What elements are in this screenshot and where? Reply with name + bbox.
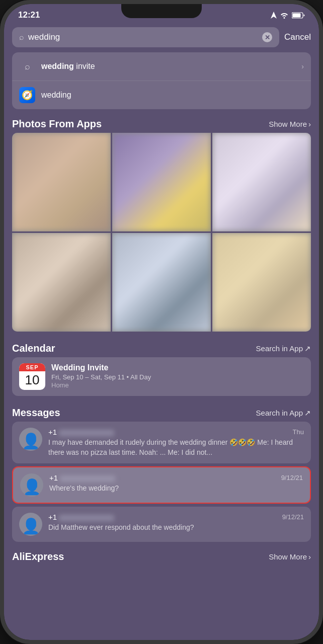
battery-icon	[292, 12, 305, 19]
photos-grid	[12, 133, 311, 332]
suggestion-item-wedding[interactable]: 🧭 wedding	[12, 80, 311, 109]
message-body-2: Where's the wedding?	[49, 484, 303, 494]
message-sender-3: +1	[48, 513, 114, 521]
message-time-1: Thu	[293, 428, 304, 436]
clear-search-button[interactable]: ✕	[262, 32, 272, 42]
notch	[121, 4, 202, 18]
aliexpress-section-header: AliExpress Show More ›	[4, 547, 319, 565]
calendar-section-header: Calendar Search in App ↗	[4, 339, 319, 357]
event-day: 10	[19, 371, 45, 390]
message-time-3: 9/12/21	[282, 513, 304, 521]
cancel-button[interactable]: Cancel	[284, 32, 311, 42]
photo-4[interactable]	[12, 233, 111, 332]
location-icon	[271, 12, 277, 19]
photos-section-title: Photos From Apps	[12, 118, 102, 130]
calendar-icon: SEP 10	[19, 363, 45, 390]
message-time-2: 9/12/21	[281, 474, 303, 481]
suggestion-search-icon: ⌕	[19, 58, 35, 74]
message-content-2: +1 9/12/21 Where's the wedding?	[49, 473, 303, 494]
message-body-1: I may have demanded it rudely during the…	[48, 438, 304, 457]
photo-5[interactable]	[112, 233, 211, 332]
photo-3[interactable]	[212, 133, 311, 231]
photo-2[interactable]	[112, 133, 211, 231]
search-icon: ⌕	[19, 33, 24, 42]
phone-frame: 12:21 ⌕ wed	[0, 0, 323, 644]
event-month: SEP	[19, 363, 45, 371]
suggestion-text-2: wedding	[41, 91, 71, 100]
sender-name-blurred-1	[59, 430, 114, 436]
photos-section-header: Photos From Apps Show More ›	[4, 114, 319, 133]
message-header-2: +1 9/12/21	[49, 473, 303, 482]
message-body-3: Did Matthew ever respond about the weddi…	[48, 523, 304, 533]
calendar-section: SEP 10 Wedding Invite Fri, Sep 10 – Sat,…	[12, 357, 311, 396]
event-time: Fri, Sep 10 – Sat, Sep 11 • All Day	[51, 373, 304, 381]
message-item-3[interactable]: 👤 +1 9/12/21 Did Matthew ever respond ab…	[12, 507, 311, 542]
aliexpress-show-more-button[interactable]: Show More ›	[269, 552, 311, 561]
messages-section-title: Messages	[12, 407, 60, 419]
search-container: ⌕ wedding ✕ Cancel	[4, 23, 319, 52]
avatar-2: 👤	[20, 473, 43, 497]
photo-1[interactable]	[12, 133, 111, 231]
search-input-text[interactable]: wedding	[28, 32, 258, 42]
avatar-3: 👤	[19, 513, 42, 536]
messages-search-in-app-button[interactable]: Search in App ↗	[256, 409, 311, 418]
aliexpress-title: AliExpress	[12, 551, 64, 562]
sender-name-blurred-2	[60, 475, 115, 482]
suggestion-text-1: wedding invite	[41, 62, 95, 71]
search-bar[interactable]: ⌕ wedding ✕	[12, 27, 279, 47]
wifi-icon	[280, 12, 289, 19]
photo-6[interactable]	[212, 233, 311, 332]
status-icons	[271, 12, 305, 19]
message-item-1[interactable]: 👤 +1 Thu I may have demanded it rudely d…	[12, 422, 311, 463]
message-content-3: +1 9/12/21 Did Matthew ever respond abou…	[48, 513, 304, 533]
sender-name-blurred-3	[59, 515, 114, 521]
message-sender-1: +1	[48, 428, 114, 436]
safari-icon: 🧭	[19, 87, 35, 103]
message-content-1: +1 Thu I may have demanded it rudely dur…	[48, 428, 304, 457]
message-header-1: +1 Thu	[48, 428, 304, 436]
suggestions-list: ⌕ wedding invite › 🧭 wedding	[12, 52, 311, 109]
svg-rect-1	[293, 13, 301, 17]
event-title: Wedding Invite	[51, 363, 304, 372]
message-header-3: +1 9/12/21	[48, 513, 304, 521]
event-location: Home	[51, 381, 304, 389]
message-sender-2: +1	[49, 473, 115, 482]
messages-section: 👤 +1 Thu I may have demanded it rudely d…	[12, 422, 311, 542]
calendar-section-title: Calendar	[12, 343, 55, 354]
phone-screen: 12:21 ⌕ wed	[4, 4, 319, 640]
event-details: Wedding Invite Fri, Sep 10 – Sat, Sep 11…	[51, 363, 304, 389]
photos-show-more-button[interactable]: Show More ›	[269, 120, 311, 128]
message-item-2[interactable]: 👤 +1 9/12/21 Where's the wedding?	[12, 466, 311, 504]
calendar-event[interactable]: SEP 10 Wedding Invite Fri, Sep 10 – Sat,…	[12, 357, 311, 396]
chevron-icon-1: ›	[301, 62, 304, 70]
suggestion-item-wedding-invite[interactable]: ⌕ wedding invite ›	[12, 52, 311, 80]
avatar-1: 👤	[19, 428, 42, 451]
calendar-search-in-app-button[interactable]: Search in App ↗	[256, 344, 311, 353]
messages-section-header: Messages Search in App ↗	[4, 403, 319, 422]
status-time: 12:21	[18, 10, 40, 20]
